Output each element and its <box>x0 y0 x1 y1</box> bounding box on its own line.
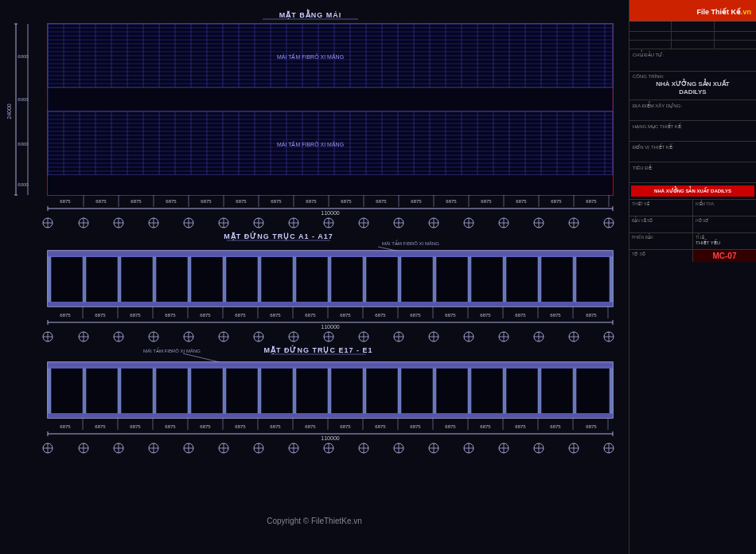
svg-text:6875: 6875 <box>340 313 351 318</box>
kiem-tra-value <box>696 206 754 214</box>
svg-text:6875: 6875 <box>411 199 422 204</box>
svg-rect-224 <box>293 257 296 302</box>
svg-text:Copyright © FileThietKe.vn: Copyright © FileThietKe.vn <box>267 517 362 525</box>
svg-rect-220 <box>153 257 156 302</box>
svg-rect-219 <box>118 257 121 302</box>
svg-text:6875: 6875 <box>515 424 526 429</box>
rev3-col-1 <box>629 41 672 49</box>
svg-text:6875: 6875 <box>270 424 281 429</box>
chu-dau-tu-label: CHỦ ĐẦU TƯ: <box>633 52 753 57</box>
svg-rect-342 <box>503 369 506 413</box>
svg-rect-233 <box>610 257 613 302</box>
svg-text:6875: 6875 <box>165 424 176 429</box>
thiet-ke-field: THIẾT KẾ <box>629 200 693 216</box>
svg-rect-340 <box>433 369 436 413</box>
sheet-number: MC-07 <box>712 252 736 260</box>
svg-rect-109 <box>48 175 613 195</box>
svg-text:6875: 6875 <box>481 199 492 204</box>
dia-diem-value <box>633 108 753 118</box>
svg-text:MÁI TẤM FIBRÔ XI MĂNG: MÁI TẤM FIBRÔ XI MĂNG <box>277 53 344 60</box>
svg-rect-339 <box>398 369 401 413</box>
svg-text:6875: 6875 <box>95 199 107 204</box>
svg-text:6875: 6875 <box>516 199 527 204</box>
tieu-de-section: TIÊU ĐỀ: <box>629 162 756 183</box>
cong-trinh-title: NHÀ XƯỞNG SẢN XUẤT <box>633 80 753 88</box>
svg-text:6875: 6875 <box>341 199 352 204</box>
ti-le-field: TỈ LỆ THIẾT YẾU <box>693 233 756 249</box>
svg-text:6875: 6875 <box>95 424 106 429</box>
ho-so-value <box>696 223 754 231</box>
svg-text:6875: 6875 <box>551 199 562 204</box>
svg-rect-218 <box>83 257 86 302</box>
svg-text:6875: 6875 <box>445 313 456 318</box>
don-vi-section: ĐƠN VỊ THIẾT KẾ: <box>629 142 756 162</box>
svg-text:6875: 6875 <box>130 424 141 429</box>
sidebar: File Thiết Kế.vn CHỦ ĐẦU TƯ: CÔNG TRÌNH: <box>629 0 756 554</box>
svg-text:6875: 6875 <box>200 313 211 318</box>
revision-rows <box>629 21 756 32</box>
dia-diem-label: ĐỊA ĐIỂM XÂY DỰNG: <box>633 103 753 108</box>
svg-text:110000: 110000 <box>321 324 339 330</box>
svg-rect-222 <box>223 257 226 302</box>
svg-text:6000: 6000 <box>18 54 29 59</box>
svg-rect-223 <box>258 257 261 302</box>
tieu-de-label: TIÊU ĐỀ: <box>633 165 753 170</box>
ban-ve-field: BẢN VẼ SỐ <box>629 217 693 232</box>
svg-text:6875: 6875 <box>201 199 212 204</box>
rev-col-1 <box>629 21 672 31</box>
svg-text:6875: 6875 <box>60 424 71 429</box>
svg-rect-228 <box>433 257 436 302</box>
svg-rect-231 <box>538 257 541 302</box>
sheet-number-row: TỜ SỐ MC-07 <box>629 250 756 262</box>
logo-bar: File Thiết Kế.vn <box>629 0 756 21</box>
svg-text:6875: 6875 <box>305 424 316 429</box>
svg-rect-56 <box>48 88 613 111</box>
svg-text:6875: 6875 <box>340 424 351 429</box>
svg-text:6000: 6000 <box>18 182 29 187</box>
svg-text:6875: 6875 <box>375 424 386 429</box>
kiem-tra-field: KIỂM TRA <box>693 200 756 216</box>
svg-text:6875: 6875 <box>306 199 317 204</box>
svg-rect-332 <box>153 369 156 413</box>
svg-text:6875: 6875 <box>235 424 246 429</box>
revision-rows-2 <box>629 32 756 41</box>
rev2-col-1 <box>629 32 672 40</box>
svg-text:6875: 6875 <box>130 313 141 318</box>
svg-rect-229 <box>468 257 471 302</box>
svg-text:6875: 6875 <box>95 313 106 318</box>
tieu-de-value <box>633 170 753 180</box>
svg-text:6000: 6000 <box>18 142 29 146</box>
svg-text:6875: 6875 <box>410 313 421 318</box>
drawing-area: MẶT BẰNG MÁI <box>0 0 629 554</box>
svg-text:MẶT ĐỨNG TRỤC E17 - E1: MẶT ĐỨNG TRỤC E17 - E1 <box>263 345 372 354</box>
svg-rect-345 <box>610 369 613 413</box>
svg-text:6875: 6875 <box>480 424 491 429</box>
svg-text:MẶT ĐỨNG TRỤC A1 - A17: MẶT ĐỨNG TRỤC A1 - A17 <box>224 231 333 240</box>
cong-trinh-section: CÔNG TRÌNH: NHÀ XƯỞNG SẢN XUẤT DADILYS <box>629 72 756 100</box>
svg-text:6875: 6875 <box>376 199 387 204</box>
svg-text:6875: 6875 <box>410 424 421 429</box>
svg-text:110000: 110000 <box>321 210 339 216</box>
svg-rect-337 <box>328 369 331 413</box>
svg-rect-336 <box>293 369 296 413</box>
svg-text:6875: 6875 <box>480 313 491 318</box>
svg-rect-338 <box>363 369 366 413</box>
rev3-col-2 <box>672 41 714 49</box>
rev-col-3 <box>715 21 756 31</box>
svg-text:6875: 6875 <box>270 313 281 318</box>
svg-text:6875: 6875 <box>200 424 211 429</box>
svg-text:6875: 6875 <box>60 199 71 204</box>
svg-rect-221 <box>188 257 191 302</box>
don-vi-value <box>633 150 753 159</box>
svg-rect-341 <box>468 369 471 413</box>
bottom-fields-3: PHIÊN BẢN TỈ LỆ THIẾT YẾU <box>629 233 756 250</box>
red-project-name: NHÀ XƯỞNG SẢN XUẤT DADILYS <box>634 188 751 194</box>
phien-ban-value <box>632 240 690 248</box>
svg-text:6875: 6875 <box>550 424 561 429</box>
svg-text:6875: 6875 <box>271 199 282 204</box>
svg-rect-331 <box>118 369 121 413</box>
svg-text:6875: 6875 <box>445 424 456 429</box>
rev-col-2 <box>672 21 714 31</box>
chu-dau-tu-value <box>633 57 753 68</box>
thiet-ke-value <box>632 206 690 214</box>
